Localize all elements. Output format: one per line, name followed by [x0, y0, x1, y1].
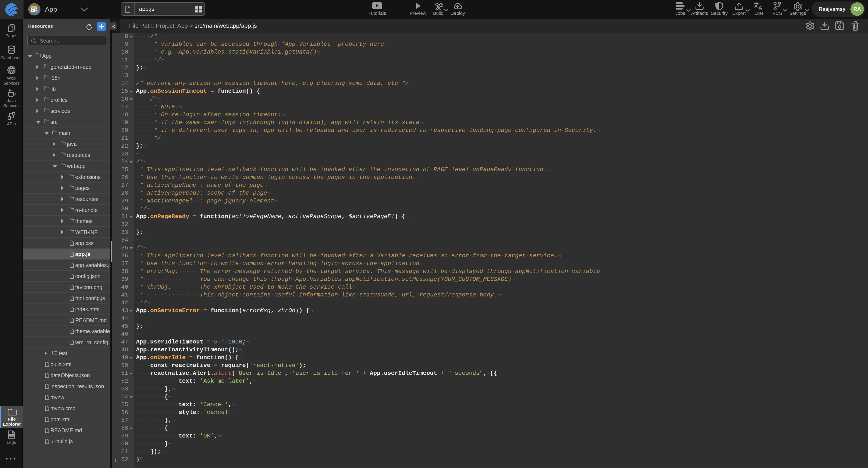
svg-text:A: A [758, 5, 762, 10]
